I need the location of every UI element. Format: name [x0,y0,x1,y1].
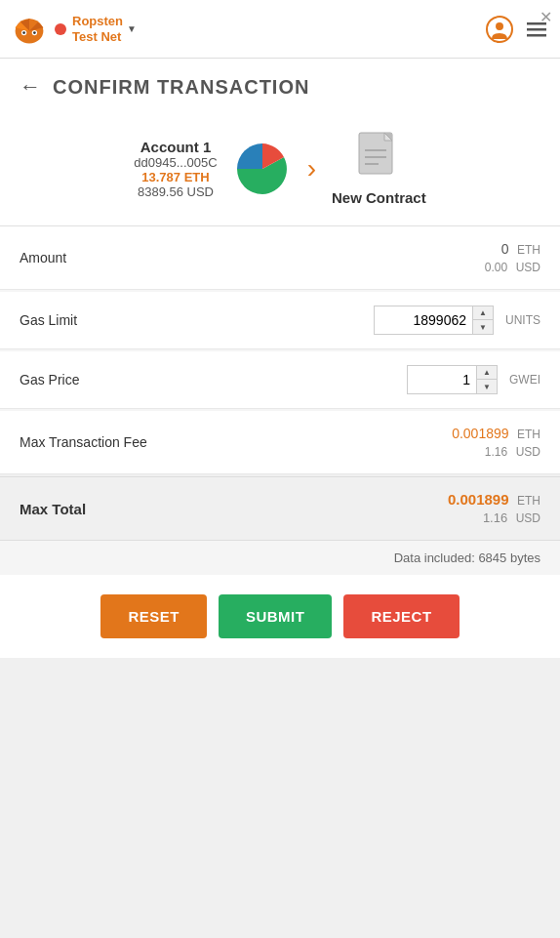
network-name: Ropsten [72,14,123,29]
svg-point-9 [33,31,36,34]
account-icon[interactable] [486,16,513,43]
reset-button[interactable]: RESET [100,594,207,638]
page-title: CONFIRM TRANSACTION [53,76,309,99]
contract-label: New Contract [332,189,426,206]
balance-pie-chart [233,140,292,198]
gas-limit-input[interactable] [375,308,472,332]
amount-row: Amount 0 ETH 0.00 USD [0,226,560,290]
contract-area: New Contract [332,131,426,206]
topbar: Ropsten Test Net ▼ ✕ [0,0,560,59]
amount-eth-unit: ETH [517,243,540,257]
reject-button[interactable]: REJECT [343,594,459,638]
account-info: Account 1 dd0945...005C 13.787 ETH 8389.… [134,139,217,199]
amount-label: Amount [20,250,176,265]
gas-price-input-wrapper: ▲ ▼ [407,365,498,394]
gas-price-down-button[interactable]: ▼ [477,380,497,393]
svg-point-8 [22,31,25,34]
max-total-usd-unit: USD [516,511,540,525]
gas-limit-label: Gas Limit [20,312,176,328]
details-section: Amount 0 ETH 0.00 USD Gas Limit ▲ ▼ UNIT… [0,226,560,474]
amount-usd-unit: USD [516,261,540,274]
account-address: dd0945...005C [134,155,217,170]
max-fee-usd-unit: USD [516,445,540,459]
back-button[interactable]: ← [20,74,41,100]
account-eth-balance: 13.787 ETH [134,170,217,184]
max-fee-eth-value: 0.001899 [452,426,508,441]
max-fee-value: 0.001899 ETH 1.16 USD [452,425,540,460]
gas-price-label: Gas Price [20,372,176,387]
max-total-section: Max Total 0.001899 ETH 1.16 USD [0,476,560,541]
gas-limit-down-button[interactable]: ▼ [473,320,493,334]
account-name: Account 1 [134,139,217,155]
gas-limit-up-button[interactable]: ▲ [473,306,493,320]
account-usd-balance: 8389.56 USD [134,184,217,199]
contract-document-icon [355,131,402,185]
max-total-label: Max Total [20,501,86,517]
data-included-text: Data included: 6845 bytes [394,551,540,565]
max-fee-eth-unit: ETH [517,428,540,441]
action-buttons-bar: RESET SUBMIT REJECT [0,575,560,658]
network-sub: Test Net [72,29,123,45]
network-dropdown-arrow: ▼ [127,23,137,34]
max-total-eth-unit: ETH [517,494,540,508]
close-button[interactable]: ✕ [540,8,552,26]
bottom-area [0,658,560,931]
network-selector[interactable]: Ropsten Test Net ▼ [72,14,137,44]
amount-value: 0 ETH 0.00 USD [485,240,540,275]
gas-price-unit: GWEI [509,373,540,387]
amount-eth-value: 0 [501,241,509,257]
submit-button[interactable]: SUBMIT [219,594,333,638]
gas-limit-row: Gas Limit ▲ ▼ UNITS [0,292,560,349]
gas-price-up-button[interactable]: ▲ [477,366,497,380]
page-header: ← CONFIRM TRANSACTION [0,59,560,115]
gas-limit-value-area: ▲ ▼ UNITS [374,306,540,335]
gas-price-spinner: ▲ ▼ [476,366,497,393]
svg-point-11 [496,22,503,30]
gas-price-input[interactable] [408,368,476,391]
max-fee-row: Max Transaction Fee 0.001899 ETH 1.16 US… [0,411,560,474]
account-section: Account 1 dd0945...005C 13.787 ETH 8389.… [0,115,560,226]
max-fee-usd-value: 1.16 [485,445,507,459]
gas-price-value-area: ▲ ▼ GWEI [407,365,540,394]
svg-rect-13 [527,28,546,31]
gas-limit-spinner: ▲ ▼ [472,306,493,334]
max-total-eth: 0.001899 [448,491,509,508]
max-total-values: 0.001899 ETH 1.16 USD [448,491,540,526]
gas-limit-unit: UNITS [505,313,540,327]
fox-logo [12,12,47,47]
gas-price-row: Gas Price ▲ ▼ GWEI [0,351,560,409]
gas-limit-input-wrapper: ▲ ▼ [374,306,494,335]
amount-usd-value: 0.00 [485,261,507,274]
max-total-usd: 1.16 [483,510,507,525]
max-fee-label: Max Transaction Fee [20,434,176,450]
data-info-bar: Data included: 6845 bytes [0,541,560,575]
transaction-arrow: › [307,153,316,184]
svg-rect-14 [527,34,546,37]
network-status-dot [55,23,66,35]
